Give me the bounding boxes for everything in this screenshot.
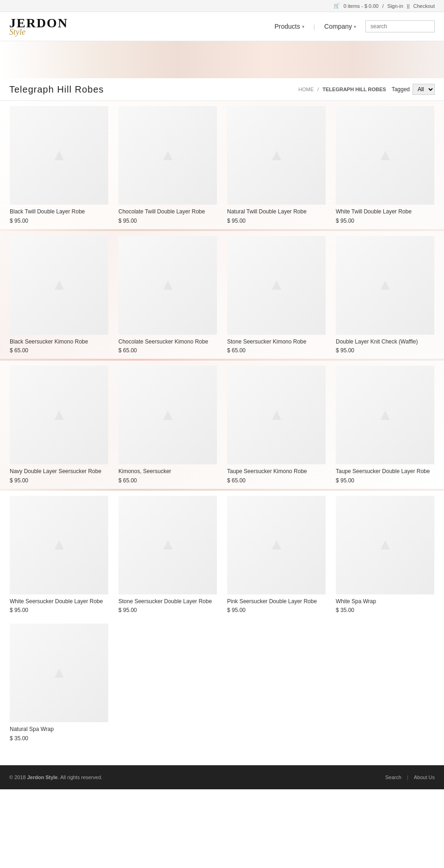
breadcrumb-home[interactable]: HOME — [298, 87, 314, 92]
product-name: Stone Seersucker Kimono Robe — [227, 338, 326, 346]
product-price: $ 95.00 — [336, 347, 434, 354]
product-image — [118, 106, 217, 205]
product-price: $ 95.00 — [336, 218, 434, 224]
breadcrumb-current: TELEGRAPH HILL ROBES — [322, 87, 386, 92]
product-card[interactable]: White Spa Wrap $ 35.00 — [331, 491, 439, 619]
footer-brand: Jerdon Style — [27, 774, 58, 780]
footer-about-link[interactable]: About Us — [414, 774, 435, 780]
product-price: $ 95.00 — [336, 477, 434, 484]
product-name: Chocolate Seersucker Kimono Robe — [118, 338, 217, 346]
search-input[interactable] — [365, 20, 435, 32]
product-name: Black Seersucker Kimono Robe — [10, 338, 108, 346]
product-image — [336, 496, 434, 594]
product-image — [118, 236, 217, 335]
product-name: Black Twill Double Layer Robe — [10, 208, 108, 216]
product-price: $ 95.00 — [227, 218, 326, 224]
product-image — [227, 106, 326, 205]
product-image — [227, 366, 326, 464]
product-name: Chocolate Twill Double Layer Robe — [118, 208, 217, 216]
product-name: Double Layer Knit Check (Waffle) — [336, 338, 434, 346]
tagged-label: Tagged — [392, 86, 410, 93]
separator-1: / — [382, 3, 383, 9]
product-price: $ 65.00 — [118, 477, 217, 484]
product-name: Taupe Seersucker Kimono Robe — [227, 468, 326, 475]
header: JERDON Style Products ▾ | Company ▾ — [0, 12, 444, 41]
product-card[interactable]: Stone Seersucker Double Layer Robe $ 95.… — [113, 491, 222, 619]
product-price: $ 35.00 — [336, 607, 434, 613]
product-name: Stone Seersucker Double Layer Robe — [118, 598, 217, 606]
product-price: $ 65.00 — [10, 347, 108, 354]
product-card[interactable]: Stone Seersucker Kimono Robe $ 65.00 — [222, 231, 331, 359]
product-card[interactable]: Chocolate Twill Double Layer Robe $ 95.0… — [113, 101, 222, 229]
nav-company[interactable]: Company ▾ — [324, 23, 356, 30]
products-chevron-icon: ▾ — [302, 24, 304, 29]
product-name: White Twill Double Layer Robe — [336, 208, 434, 216]
product-name: Natural Twill Double Layer Robe — [227, 208, 326, 216]
nav-products[interactable]: Products ▾ — [274, 23, 304, 30]
footer: © 2018 Jerdon Style. All rights reserved… — [0, 765, 444, 789]
product-name: Pink Seersucker Double Layer Robe — [227, 598, 326, 606]
hero-banner — [0, 41, 444, 78]
footer-links: Search | About Us — [385, 774, 435, 780]
product-image — [336, 366, 434, 464]
product-price: $ 65.00 — [227, 477, 326, 484]
product-image — [336, 236, 434, 335]
main-nav: Products ▾ | Company ▾ — [274, 20, 435, 32]
product-card[interactable]: Double Layer Knit Check (Waffle) $ 95.00 — [331, 231, 439, 359]
product-price: $ 95.00 — [10, 477, 108, 484]
product-section-2: Black Seersucker Kimono Robe $ 65.00 Cho… — [0, 231, 444, 359]
cart-icon: 🛒 — [333, 3, 340, 9]
product-card[interactable]: Taupe Seersucker Double Layer Robe $ 95.… — [331, 361, 439, 489]
product-card[interactable]: Navy Double Layer Seersucker Robe $ 95.0… — [5, 361, 113, 489]
product-price: $ 95.00 — [118, 607, 217, 613]
product-card[interactable]: Chocolate Seersucker Kimono Robe $ 65.00 — [113, 231, 222, 359]
product-name: Kimonos, Seersucker — [118, 468, 217, 475]
signin-link[interactable]: Sign-in — [388, 3, 403, 9]
company-chevron-icon: ▾ — [354, 24, 356, 29]
product-card[interactable]: Natural Twill Double Layer Robe $ 95.00 — [222, 101, 331, 229]
footer-copyright: © 2018 Jerdon Style. All rights reserved… — [9, 774, 102, 780]
product-image — [10, 236, 108, 335]
product-card[interactable]: Natural Spa Wrap $ 35.00 — [5, 618, 113, 747]
product-card[interactable]: Black Twill Double Layer Robe $ 95.00 — [5, 101, 113, 229]
product-section-3: Navy Double Layer Seersucker Robe $ 95.0… — [0, 361, 444, 489]
product-price: $ 65.00 — [227, 347, 326, 354]
product-section-4: White Seersucker Double Layer Robe $ 95.… — [0, 491, 444, 619]
checkout-link[interactable]: Checkout — [413, 3, 435, 9]
tag-filter-select[interactable]: All — [413, 84, 435, 95]
product-image — [10, 106, 108, 205]
product-card[interactable]: White Twill Double Layer Robe $ 95.00 — [331, 101, 439, 229]
product-image — [227, 236, 326, 335]
product-image — [118, 366, 217, 464]
page-header: Telegraph Hill Robes HOME / TELEGRAPH HI… — [0, 78, 444, 101]
breadcrumb-separator: / — [317, 87, 319, 92]
product-name: Taupe Seersucker Double Layer Robe — [336, 468, 434, 475]
product-image — [227, 496, 326, 594]
product-card[interactable]: Taupe Seersucker Kimono Robe $ 65.00 — [222, 361, 331, 489]
product-name: White Seersucker Double Layer Robe — [10, 598, 108, 606]
tag-filter: Tagged All — [392, 84, 435, 95]
product-card[interactable]: Pink Seersucker Double Layer Robe $ 95.0… — [222, 491, 331, 619]
product-price: $ 95.00 — [10, 218, 108, 224]
page-title: Telegraph Hill Robes — [9, 84, 104, 95]
product-price: $ 95.00 — [10, 607, 108, 613]
product-price: $ 35.00 — [10, 735, 108, 742]
product-price: $ 95.00 — [227, 607, 326, 613]
product-section-1: Black Twill Double Layer Robe $ 95.00 Ch… — [0, 101, 444, 229]
breadcrumb: HOME / TELEGRAPH HILL ROBES — [298, 87, 386, 92]
product-image — [10, 366, 108, 464]
product-card[interactable]: Black Seersucker Kimono Robe $ 65.00 — [5, 231, 113, 359]
product-image — [10, 624, 108, 722]
cart-link[interactable]: 0 items - $ 0.00 — [344, 3, 379, 9]
product-image — [10, 496, 108, 594]
product-name: Navy Double Layer Seersucker Robe — [10, 468, 108, 475]
product-card[interactable]: White Seersucker Double Layer Robe $ 95.… — [5, 491, 113, 619]
footer-search-link[interactable]: Search — [385, 774, 401, 780]
product-card[interactable]: Kimonos, Seersucker $ 65.00 — [113, 361, 222, 489]
separator-2: || — [407, 3, 410, 9]
product-price: $ 65.00 — [118, 347, 217, 354]
logo-style: Style — [9, 28, 68, 36]
product-name: Natural Spa Wrap — [10, 726, 108, 733]
product-price: $ 95.00 — [118, 218, 217, 224]
logo[interactable]: JERDON Style — [9, 17, 68, 36]
